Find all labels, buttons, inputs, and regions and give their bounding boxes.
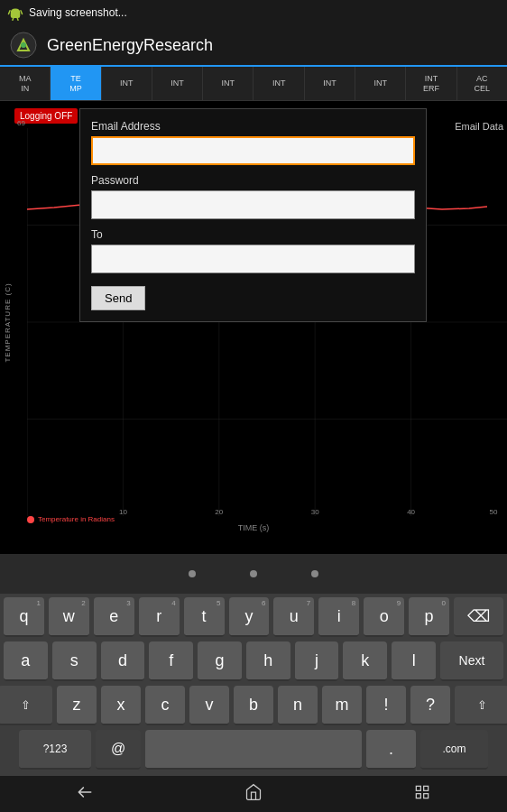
y-axis-num-top: 69 [17, 119, 25, 127]
tab-int4[interactable]: INT [254, 67, 304, 100]
tab-int1[interactable]: INT [102, 67, 152, 100]
keyboard-topbar [0, 554, 507, 594]
key-question[interactable]: ? [410, 686, 450, 725]
nav-bar [0, 776, 507, 812]
tab-main-line2: IN [21, 84, 29, 94]
tab-main-line1: MA [19, 74, 32, 84]
email-address-input[interactable] [91, 136, 415, 165]
svg-text:20: 20 [215, 508, 223, 516]
tab-temp[interactable]: TE MP [51, 67, 101, 100]
keyboard-area: 1q 2w 3e 4r 5t 6y 7u 8i 9o 0p ⌫ a s d f … [0, 554, 507, 776]
tab-int6[interactable]: INT [355, 67, 406, 100]
password-label: Password [91, 174, 415, 187]
key-g[interactable]: g [198, 641, 242, 681]
tab-excel-line2: CEL [475, 84, 491, 94]
key-x[interactable]: x [101, 686, 141, 725]
key-a[interactable]: a [4, 641, 48, 681]
tab-main[interactable]: MA IN [0, 67, 51, 100]
key-j[interactable]: j [295, 641, 339, 681]
svg-text:10: 10 [119, 508, 127, 516]
svg-text:30: 30 [311, 508, 319, 516]
svg-rect-22 [424, 786, 429, 790]
app-title: GreenEnergyResearch [47, 36, 213, 55]
password-input[interactable] [91, 190, 415, 219]
dot-com-key[interactable]: .com [420, 730, 488, 770]
key-h[interactable]: h [246, 641, 290, 681]
keyboard-row-4: ?123 @ . .com [4, 730, 503, 770]
tab-int1-label: INT [120, 78, 134, 88]
key-y[interactable]: 6y [229, 597, 270, 637]
svg-text:40: 40 [407, 508, 415, 516]
at-key[interactable]: @ [96, 730, 141, 770]
tab-int2[interactable]: INT [152, 67, 203, 100]
email-dialog: Email Address Password To Send [79, 108, 427, 322]
key-l[interactable]: l [392, 641, 436, 681]
legend-label: Temperature in Radians [38, 515, 115, 523]
keyboard-row-1: 1q 2w 3e 4r 5t 6y 7u 8i 9o 0p ⌫ [4, 597, 503, 637]
tab-int6-label: INT [373, 78, 387, 88]
to-input[interactable] [91, 245, 415, 273]
tab-bar: MA IN TE MP INT INT INT INT INT INT INT … [0, 67, 507, 101]
key-v[interactable]: v [189, 686, 229, 725]
svg-line-4 [13, 18, 14, 20]
key-w[interactable]: 2w [49, 597, 89, 637]
key-b[interactable]: b [234, 686, 273, 725]
y-axis-numbers: 69 [0, 119, 27, 516]
keyboard-rows: 1q 2w 3e 4r 5t 6y 7u 8i 9o 0p ⌫ a s d f … [0, 594, 507, 776]
tab-interf[interactable]: INT ERF [406, 67, 456, 100]
chart-legend: Temperature in Radians [27, 515, 115, 523]
svg-rect-23 [417, 793, 421, 798]
tab-interf-line1: INT [425, 74, 438, 84]
svg-point-7 [21, 42, 26, 48]
svg-rect-21 [417, 786, 421, 790]
tab-temp-line2: MP [69, 84, 82, 94]
tab-excel[interactable]: AC CEL [457, 67, 507, 100]
tab-int4-label: INT [272, 78, 286, 88]
key-f[interactable]: f [149, 641, 193, 681]
symbols-key[interactable]: ?123 [19, 730, 91, 770]
key-q[interactable]: 1q [4, 597, 44, 637]
key-s[interactable]: s [52, 641, 97, 681]
key-e[interactable]: 3e [94, 597, 134, 637]
key-d[interactable]: d [101, 641, 145, 681]
next-key[interactable]: Next [440, 641, 503, 681]
key-m[interactable]: m [322, 686, 362, 725]
key-c[interactable]: c [145, 686, 185, 725]
x-axis-label: TIME (s) [238, 518, 270, 534]
tab-interf-line2: ERF [423, 84, 439, 94]
space-key[interactable] [145, 730, 362, 770]
backspace-key[interactable]: ⌫ [454, 597, 503, 637]
key-o[interactable]: 9o [364, 597, 404, 637]
key-n[interactable]: n [278, 686, 318, 725]
app-icon [9, 31, 38, 60]
tab-int5[interactable]: INT [305, 67, 355, 100]
android-icon [7, 5, 23, 21]
tab-int2-label: INT [171, 78, 184, 88]
key-t[interactable]: 5t [184, 597, 225, 637]
keyboard-dot-3 [311, 570, 318, 577]
svg-line-2 [9, 11, 11, 14]
back-button[interactable] [58, 778, 112, 811]
period-key[interactable]: . [366, 730, 416, 770]
key-r[interactable]: 4r [139, 597, 180, 637]
tab-int5-label: INT [323, 78, 336, 88]
svg-line-5 [17, 18, 18, 20]
svg-rect-24 [424, 793, 429, 798]
shift-right-key[interactable]: ⇧ [455, 686, 507, 725]
key-k[interactable]: k [343, 641, 387, 681]
svg-line-3 [21, 11, 23, 14]
svg-text:50: 50 [489, 508, 497, 516]
tab-int3[interactable]: INT [203, 67, 254, 100]
recent-apps-button[interactable] [395, 778, 449, 811]
key-p[interactable]: 0p [409, 597, 449, 637]
email-address-label: Email Address [91, 120, 415, 133]
shift-left-key[interactable]: ⇧ [0, 686, 52, 725]
tab-temp-line1: TE [70, 74, 81, 84]
key-u[interactable]: 7u [273, 597, 314, 637]
key-z[interactable]: z [57, 686, 97, 725]
keyboard-row-2: a s d f g h j k l Next [4, 641, 503, 681]
home-button[interactable] [226, 778, 281, 811]
key-i[interactable]: 8i [318, 597, 359, 637]
send-button[interactable]: Send [91, 286, 145, 310]
key-exclamation[interactable]: ! [366, 686, 406, 725]
